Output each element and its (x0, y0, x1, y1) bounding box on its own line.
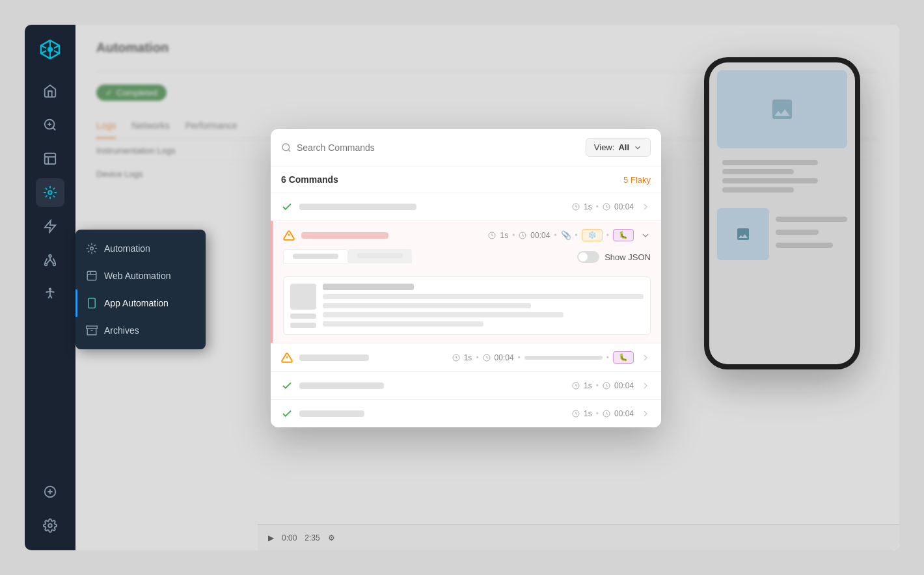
clock-icon-5 (572, 410, 580, 418)
sidebar-automation[interactable] (36, 178, 64, 207)
main-window: Automation Web Automation App Automation… (25, 25, 899, 550)
command-item-5: 1s • 00:04 (271, 399, 661, 427)
command-meta-2: 1s • 00:04 • 📎 • ❄️ • � (488, 229, 634, 241)
timer-icon-4 (603, 382, 610, 390)
command-row-5[interactable]: 1s • 00:04 (271, 400, 661, 427)
preview-left (290, 284, 316, 328)
svg-point-0 (48, 47, 53, 52)
clock-icon (572, 203, 580, 211)
timer-icon-2 (519, 232, 526, 239)
svg-point-10 (48, 524, 52, 528)
command-expanded-2: Show JSON (273, 249, 661, 343)
status-success-icon-1 (281, 201, 293, 213)
search-input-wrapper (281, 142, 579, 153)
svg-point-7 (53, 263, 56, 266)
attachment-icon: 📎 (561, 230, 571, 240)
expanded-tabs (283, 249, 412, 263)
command-row-3[interactable]: 1s • 00:04 • • 🐛 (271, 343, 661, 371)
command-name-bar-2 (301, 232, 388, 239)
status-warning-icon-3 (281, 352, 293, 364)
nav-item-archives[interactable]: Archives (75, 317, 206, 344)
svg-point-5 (49, 255, 51, 258)
progress-bar-3 (524, 356, 603, 360)
timer-icon (603, 203, 610, 211)
flaky-badge: 5 Flaky (609, 174, 651, 185)
sidebar-settings[interactable] (36, 511, 64, 540)
sidebar-network[interactable] (36, 246, 64, 274)
expand-icon-4[interactable] (640, 381, 651, 391)
sidebar-telescope[interactable] (36, 111, 64, 139)
expanded-tab-2[interactable] (348, 249, 412, 263)
clock-icon-2 (488, 232, 496, 239)
command-meta-3: 1s • 00:04 • • 🐛 (452, 351, 634, 364)
svg-rect-2 (45, 154, 56, 165)
sidebar-capture[interactable] (36, 144, 64, 173)
chevron-down-icon (633, 143, 642, 152)
bug-tag-3: 🐛 (613, 351, 634, 364)
sidebar (25, 25, 75, 550)
content-preview (283, 276, 651, 335)
nav-item-web-automation[interactable]: Web Automation (75, 262, 206, 289)
svg-point-8 (49, 288, 51, 290)
svg-rect-15 (87, 326, 98, 328)
view-toggle[interactable]: View: All (586, 138, 651, 157)
status-success-icon-4 (281, 380, 293, 392)
expand-icon-3[interactable] (640, 353, 651, 363)
search-icon (281, 142, 292, 153)
svg-rect-13 (88, 299, 96, 308)
command-name-bar-3 (299, 354, 369, 361)
show-json-row: Show JSON (577, 251, 651, 263)
command-item-2: 1s • 00:04 • 📎 • ❄️ • � (271, 221, 661, 343)
expanded-tab-1[interactable] (283, 249, 348, 263)
command-item-1: 1s • 00:04 (271, 193, 661, 221)
timer-icon-5 (603, 410, 610, 418)
sidebar-lightning[interactable] (36, 212, 64, 241)
command-row-2[interactable]: 1s • 00:04 • 📎 • ❄️ • � (273, 221, 661, 249)
command-name-bar-5 (299, 410, 364, 417)
bug-tag-2: 🐛 (613, 229, 634, 241)
sidebar-add[interactable] (36, 477, 64, 506)
nav-dropdown: Automation Web Automation App Automation… (75, 230, 206, 349)
nav-item-app-automation[interactable]: App Automation (75, 289, 206, 317)
flaky-count: 5 Flaky (623, 175, 651, 185)
command-name-bar-1 (299, 204, 416, 210)
preview-right (323, 284, 644, 328)
clock-icon-3 (452, 354, 460, 362)
expand-icon-1[interactable] (640, 202, 651, 212)
svg-marker-4 (45, 221, 56, 232)
search-input[interactable] (297, 142, 579, 153)
status-success-icon-5 (281, 408, 293, 420)
command-meta-4: 1s • 00:04 (572, 381, 634, 390)
show-json-label: Show JSON (605, 252, 651, 262)
snowflake-icon (609, 174, 619, 185)
show-json-toggle[interactable] (577, 251, 599, 263)
expand-icon-5[interactable] (640, 408, 651, 419)
command-meta-5: 1s • 00:04 (572, 409, 634, 418)
timer-icon-3 (483, 354, 491, 362)
search-header: View: All (271, 129, 661, 167)
app-logo[interactable] (36, 35, 64, 64)
commands-count: 6 Commands (281, 174, 338, 185)
command-meta-1: 1s • 00:04 (572, 202, 634, 211)
flaky-tag-2: ❄️ (582, 229, 603, 241)
expand-icon-2[interactable] (640, 230, 651, 241)
sidebar-home[interactable] (36, 77, 64, 105)
search-modal: View: All 6 Commands 5 Flaky (271, 129, 661, 427)
commands-header: 6 Commands 5 Flaky (271, 167, 661, 193)
svg-rect-12 (87, 271, 96, 280)
nav-item-automation[interactable]: Automation (75, 235, 206, 262)
svg-point-6 (45, 263, 48, 266)
view-label: View: (594, 142, 615, 152)
commands-list: 1s • 00:04 (271, 193, 661, 427)
command-item-4: 1s • 00:04 (271, 371, 661, 399)
svg-point-3 (48, 191, 52, 194)
command-row-1[interactable]: 1s • 00:04 (271, 193, 661, 221)
clock-icon-4 (572, 382, 580, 390)
view-value: All (618, 142, 629, 152)
sidebar-accessibility[interactable] (36, 280, 64, 308)
command-name-bar-4 (299, 382, 384, 389)
svg-point-17 (282, 144, 290, 151)
svg-point-11 (90, 247, 94, 250)
command-item-3: 1s • 00:04 • • 🐛 (271, 343, 661, 371)
command-row-4[interactable]: 1s • 00:04 (271, 372, 661, 399)
